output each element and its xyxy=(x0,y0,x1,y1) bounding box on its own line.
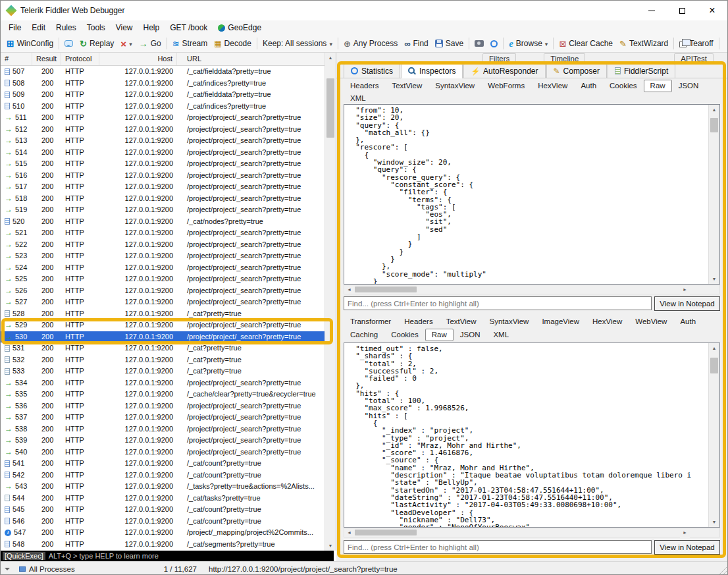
find-input[interactable] xyxy=(344,540,652,554)
session-row[interactable]: 525200HTTP127.0.0.1:9200/project/project… xyxy=(1,273,325,285)
request-tab-cookies[interactable]: Cookies xyxy=(603,80,644,92)
session-row[interactable]: 539200HTTP127.0.0.1:9200/project/project… xyxy=(1,435,325,447)
toolbar-button-go[interactable]: Go xyxy=(136,36,165,51)
process-filter[interactable]: All Processes xyxy=(19,565,75,573)
session-row[interactable]: 540200HTTP127.0.0.1:9200/project/project… xyxy=(1,447,325,458)
request-vertical-scrollbar[interactable] xyxy=(708,105,719,284)
session-row[interactable]: 508200HTTP127.0.0.1:9200/_cat/indices?pr… xyxy=(1,78,325,90)
session-row[interactable]: 533200HTTP127.0.0.1:9200/_cat?pretty=tru… xyxy=(1,366,325,377)
session-row[interactable]: 524200HTTP127.0.0.1:9200/project/project… xyxy=(1,262,325,274)
menu-item-help[interactable]: Help xyxy=(138,22,165,34)
quickexec-bar[interactable]: [QuickExec]ALT+Q > type HELP to learn mo… xyxy=(1,551,334,561)
toolbar-button-tearoff[interactable]: Tearoff xyxy=(676,37,716,50)
request-tab-xml[interactable]: XML xyxy=(344,92,373,105)
session-row[interactable]: 514200HTTP127.0.0.1:9200/project/project… xyxy=(1,147,325,159)
response-tab-xml[interactable]: XML xyxy=(486,329,515,341)
toolbar-button-keep-all-sessions[interactable]: Keep: All sessions xyxy=(259,37,336,50)
session-row[interactable]: 542200HTTP127.0.0.1:9200/_cat/count?pret… xyxy=(1,470,325,481)
response-tab-json[interactable]: JSON xyxy=(454,329,487,341)
session-row[interactable]: 512200HTTP127.0.0.1:9200/project/project… xyxy=(1,124,325,136)
request-tab-textview[interactable]: TextView xyxy=(385,80,429,92)
toolbar-button-decode[interactable]: Decode xyxy=(211,37,255,50)
column-header-result[interactable]: Result xyxy=(32,53,61,65)
session-row[interactable]: 507200HTTP127.0.0.1:9200/_cat/fielddata?… xyxy=(1,66,325,78)
session-row[interactable]: 531200HTTP127.0.0.1:9200/_cat?pretty=tru… xyxy=(1,342,325,354)
toolbar-button-launch[interactable] xyxy=(487,38,501,49)
session-row[interactable]: 535200HTTP127.0.0.1:9200/_cache/clear?pr… xyxy=(1,389,325,400)
toolbar-button-save[interactable]: Save xyxy=(432,37,467,50)
scroll-up-icon[interactable] xyxy=(709,343,719,353)
menu-item-get-book[interactable]: GET /book xyxy=(165,22,213,34)
session-row[interactable]: 532200HTTP127.0.0.1:9200/_cat?pretty=tru… xyxy=(1,354,325,366)
tab-composer[interactable]: Composer xyxy=(546,64,607,78)
menu-item-file[interactable]: File xyxy=(3,22,26,34)
response-tab-caching[interactable]: Caching xyxy=(344,329,384,341)
response-tab-hexview[interactable]: HexView xyxy=(586,315,629,328)
scrollbar-thumb[interactable] xyxy=(355,287,417,292)
response-tab-raw[interactable]: Raw xyxy=(425,329,454,341)
session-list-scrollbar[interactable] xyxy=(325,53,336,551)
response-tab-headers[interactable]: Headers xyxy=(398,315,439,328)
tab-statistics[interactable]: Statistics xyxy=(344,64,400,78)
response-tab-syntaxview[interactable]: SyntaxView xyxy=(482,315,535,328)
toolbar-button-textwizard[interactable]: TextWizard xyxy=(616,37,671,51)
tab-filters[interactable]: Filters xyxy=(482,53,516,64)
menu-item-tools[interactable]: Tools xyxy=(82,22,111,34)
session-row[interactable]: 510200HTTP127.0.0.1:9200/_cat/indices?pr… xyxy=(1,101,325,113)
tab-autoresponder[interactable]: AutoResponder xyxy=(463,64,545,78)
request-tab-hexview[interactable]: HexView xyxy=(531,80,574,92)
session-row[interactable]: 517200HTTP127.0.0.1:9200/project/project… xyxy=(1,181,325,193)
toolbar-button-clear-cache[interactable]: Clear Cache xyxy=(556,37,616,51)
toolbar-button-browse[interactable]: Browse xyxy=(506,36,551,51)
session-row[interactable]: 519200HTTP127.0.0.1:9200/project/project… xyxy=(1,204,325,216)
session-row[interactable]: 513200HTTP127.0.0.1:9200/project/project… xyxy=(1,135,325,147)
response-horizontal-scrollbar[interactable] xyxy=(344,528,720,537)
request-horizontal-scrollbar[interactable] xyxy=(344,285,720,294)
session-row[interactable]: 522200HTTP127.0.0.1:9200/project/project… xyxy=(1,239,325,251)
session-row[interactable]: 546200HTTP127.0.0.1:9200/_cat/count?pret… xyxy=(1,516,325,528)
response-vertical-scrollbar[interactable] xyxy=(708,343,719,527)
minimize-button[interactable] xyxy=(637,1,667,20)
toolbar-button-stream[interactable]: Stream xyxy=(169,37,211,51)
toolbar-button-replay[interactable]: Replay xyxy=(76,37,117,51)
request-tab-webforms[interactable]: WebForms xyxy=(481,80,531,92)
session-row[interactable]: 543200HTTP127.0.0.1:9200/_tasks?pretty=t… xyxy=(1,481,325,493)
resize-grip[interactable] xyxy=(717,566,727,575)
request-tab-headers[interactable]: Headers xyxy=(344,80,385,92)
scroll-down-icon[interactable] xyxy=(709,274,719,284)
session-row[interactable]: 547200HTTP127.0.0.1:9200/project/_mappin… xyxy=(1,527,325,539)
request-tab-json[interactable]: JSON xyxy=(672,80,706,92)
response-tab-transformer[interactable]: Transformer xyxy=(344,315,398,328)
response-tab-cookies[interactable]: Cookies xyxy=(384,329,425,341)
column-header-protocol[interactable]: Protocol xyxy=(61,53,99,65)
session-row[interactable]: 521200HTTP127.0.0.1:9200/project/project… xyxy=(1,227,325,239)
session-row[interactable]: 541200HTTP127.0.0.1:9200/_cat/count?pret… xyxy=(1,458,325,470)
session-row[interactable]: 520200HTTP127.0.0.1:9200/_cat/nodes?pret… xyxy=(1,216,325,228)
session-row[interactable]: 516200HTTP127.0.0.1:9200/project/project… xyxy=(1,170,325,182)
session-row[interactable]: 536200HTTP127.0.0.1:9200/project/project… xyxy=(1,400,325,412)
scrollbar-thumb[interactable] xyxy=(710,358,718,373)
scroll-down-icon[interactable] xyxy=(325,541,336,551)
capture-indicator-icon[interactable] xyxy=(5,568,10,573)
session-row[interactable]: 526200HTTP127.0.0.1:9200/project/project… xyxy=(1,285,325,297)
session-row[interactable]: 530200HTTP127.0.0.1:9200/project/project… xyxy=(1,331,325,343)
toolbar-button-camera[interactable] xyxy=(471,38,487,49)
tab-fiddlerscript[interactable]: FiddlerScript xyxy=(608,64,675,78)
close-button[interactable] xyxy=(697,1,727,20)
tab-apitest[interactable]: APITest xyxy=(674,53,714,64)
tab-inspectors[interactable]: Inspectors xyxy=(401,64,463,78)
session-row[interactable]: 534200HTTP127.0.0.1:9200/project/project… xyxy=(1,377,325,389)
session-row[interactable]: 544200HTTP127.0.0.1:9200/_cat/tasks?pret… xyxy=(1,493,325,505)
session-row[interactable]: 545200HTTP127.0.0.1:9200/_cat/count?pret… xyxy=(1,504,325,516)
response-tab-auth[interactable]: Auth xyxy=(673,315,702,328)
session-row[interactable]: 518200HTTP127.0.0.1:9200/project/project… xyxy=(1,193,325,205)
find-input[interactable] xyxy=(344,296,652,310)
toolbar-button-find[interactable]: Find xyxy=(401,37,432,51)
maximize-button[interactable] xyxy=(667,1,697,20)
menu-item-rules[interactable]: Rules xyxy=(51,22,82,34)
request-tab-raw[interactable]: Raw xyxy=(644,80,672,92)
scroll-down-icon[interactable] xyxy=(709,517,719,527)
toolbar-button-any-process[interactable]: Any Process xyxy=(340,37,401,51)
request-tab-syntaxview[interactable]: SyntaxView xyxy=(429,80,481,92)
session-row[interactable]: 537200HTTP127.0.0.1:9200/project/project… xyxy=(1,412,325,424)
